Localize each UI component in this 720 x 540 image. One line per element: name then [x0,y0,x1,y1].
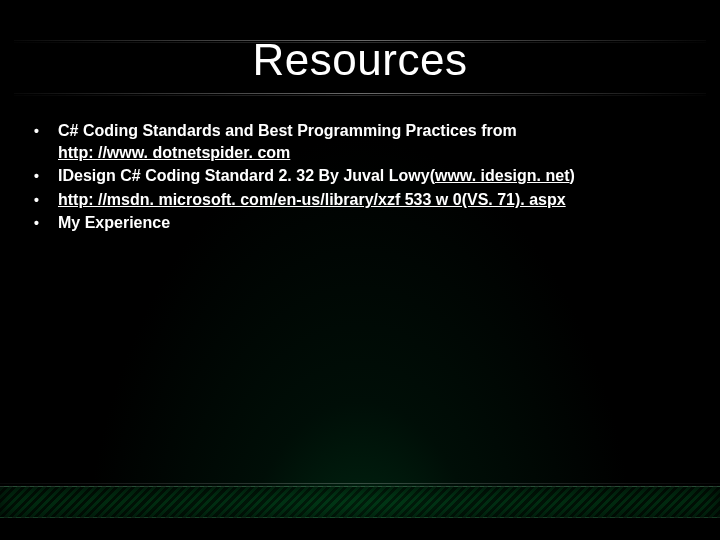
bullet-list: • C# Coding Standards and Best Programmi… [30,120,680,234]
bullet-icon: • [34,122,39,142]
list-item-text-after: ) [570,167,575,184]
footer-strip [0,518,720,540]
divider-line [14,95,706,96]
list-item: • IDesign C# Coding Standard 2. 32 By Ju… [30,165,680,187]
bullet-icon: • [34,214,39,234]
bullet-icon: • [34,191,39,211]
resource-link[interactable]: http: //www. dotnetspider. com [58,142,290,164]
footer-band [0,486,720,518]
resource-link[interactable]: http: //msdn. microsoft. com/en-us/libra… [58,191,566,208]
divider-line [0,483,720,484]
resource-link[interactable]: www. idesign. net [435,167,570,184]
list-item-text: My Experience [58,214,170,231]
list-item-text: IDesign C# Coding Standard 2. 32 By Juva… [58,167,435,184]
title-area: Resources [0,6,720,88]
list-item: • My Experience [30,212,680,234]
content-body: • C# Coding Standards and Best Programmi… [30,120,680,236]
slide: Resources • C# Coding Standards and Best… [0,0,720,540]
slide-title: Resources [0,34,720,87]
list-item: • C# Coding Standards and Best Programmi… [30,120,680,163]
divider-line [14,93,706,94]
list-item: • http: //msdn. microsoft. com/en-us/lib… [30,189,680,211]
bullet-icon: • [34,167,39,187]
list-item-text: C# Coding Standards and Best Programming… [58,122,517,139]
